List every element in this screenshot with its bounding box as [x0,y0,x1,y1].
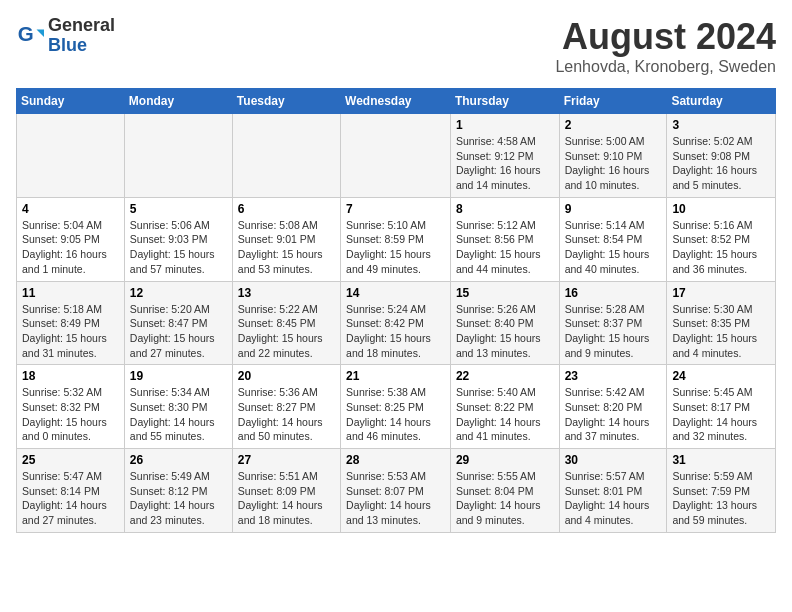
day-info: Sunrise: 5:26 AM Sunset: 8:40 PM Dayligh… [456,302,554,361]
calendar-cell: 7Sunrise: 5:10 AM Sunset: 8:59 PM Daylig… [341,197,451,281]
logo: G General Blue [16,16,115,56]
day-info: Sunrise: 5:55 AM Sunset: 8:04 PM Dayligh… [456,469,554,528]
day-number: 10 [672,202,770,216]
weekday-header-monday: Monday [124,89,232,114]
calendar-cell: 18Sunrise: 5:32 AM Sunset: 8:32 PM Dayli… [17,365,125,449]
calendar-week-5: 25Sunrise: 5:47 AM Sunset: 8:14 PM Dayli… [17,449,776,533]
day-number: 5 [130,202,227,216]
day-number: 30 [565,453,662,467]
title-block: August 2024 Lenhovda, Kronoberg, Sweden [555,16,776,76]
day-number: 22 [456,369,554,383]
day-info: Sunrise: 5:00 AM Sunset: 9:10 PM Dayligh… [565,134,662,193]
day-info: Sunrise: 5:59 AM Sunset: 7:59 PM Dayligh… [672,469,770,528]
weekday-header-saturday: Saturday [667,89,776,114]
calendar-cell: 29Sunrise: 5:55 AM Sunset: 8:04 PM Dayli… [450,449,559,533]
svg-text:G: G [18,22,34,45]
day-number: 25 [22,453,119,467]
day-info: Sunrise: 5:02 AM Sunset: 9:08 PM Dayligh… [672,134,770,193]
calendar-title: August 2024 [555,16,776,58]
svg-marker-1 [37,29,44,36]
day-number: 16 [565,286,662,300]
day-number: 7 [346,202,445,216]
calendar-cell: 20Sunrise: 5:36 AM Sunset: 8:27 PM Dayli… [232,365,340,449]
page-header: G General Blue August 2024 Lenhovda, Kro… [16,16,776,76]
calendar-cell: 2Sunrise: 5:00 AM Sunset: 9:10 PM Daylig… [559,114,667,198]
weekday-header-tuesday: Tuesday [232,89,340,114]
weekday-row: SundayMondayTuesdayWednesdayThursdayFrid… [17,89,776,114]
day-info: Sunrise: 5:06 AM Sunset: 9:03 PM Dayligh… [130,218,227,277]
day-number: 20 [238,369,335,383]
calendar-cell [232,114,340,198]
calendar-cell: 19Sunrise: 5:34 AM Sunset: 8:30 PM Dayli… [124,365,232,449]
day-info: Sunrise: 5:53 AM Sunset: 8:07 PM Dayligh… [346,469,445,528]
calendar-cell: 16Sunrise: 5:28 AM Sunset: 8:37 PM Dayli… [559,281,667,365]
day-info: Sunrise: 5:10 AM Sunset: 8:59 PM Dayligh… [346,218,445,277]
day-number: 27 [238,453,335,467]
calendar-cell: 10Sunrise: 5:16 AM Sunset: 8:52 PM Dayli… [667,197,776,281]
logo-text: General Blue [48,16,115,56]
day-info: Sunrise: 5:47 AM Sunset: 8:14 PM Dayligh… [22,469,119,528]
calendar-cell: 23Sunrise: 5:42 AM Sunset: 8:20 PM Dayli… [559,365,667,449]
calendar-cell: 8Sunrise: 5:12 AM Sunset: 8:56 PM Daylig… [450,197,559,281]
day-number: 17 [672,286,770,300]
weekday-header-wednesday: Wednesday [341,89,451,114]
day-info: Sunrise: 5:08 AM Sunset: 9:01 PM Dayligh… [238,218,335,277]
day-info: Sunrise: 5:04 AM Sunset: 9:05 PM Dayligh… [22,218,119,277]
calendar-cell: 14Sunrise: 5:24 AM Sunset: 8:42 PM Dayli… [341,281,451,365]
calendar-subtitle: Lenhovda, Kronoberg, Sweden [555,58,776,76]
day-number: 3 [672,118,770,132]
day-info: Sunrise: 5:57 AM Sunset: 8:01 PM Dayligh… [565,469,662,528]
calendar-cell: 21Sunrise: 5:38 AM Sunset: 8:25 PM Dayli… [341,365,451,449]
calendar-cell: 9Sunrise: 5:14 AM Sunset: 8:54 PM Daylig… [559,197,667,281]
day-info: Sunrise: 5:20 AM Sunset: 8:47 PM Dayligh… [130,302,227,361]
calendar-week-4: 18Sunrise: 5:32 AM Sunset: 8:32 PM Dayli… [17,365,776,449]
day-number: 23 [565,369,662,383]
calendar-cell [17,114,125,198]
day-info: Sunrise: 5:40 AM Sunset: 8:22 PM Dayligh… [456,385,554,444]
day-info: Sunrise: 5:42 AM Sunset: 8:20 PM Dayligh… [565,385,662,444]
calendar-table: SundayMondayTuesdayWednesdayThursdayFrid… [16,88,776,533]
logo-general-text: General [48,16,115,36]
calendar-cell: 26Sunrise: 5:49 AM Sunset: 8:12 PM Dayli… [124,449,232,533]
day-number: 1 [456,118,554,132]
day-number: 15 [456,286,554,300]
day-info: Sunrise: 5:14 AM Sunset: 8:54 PM Dayligh… [565,218,662,277]
calendar-cell: 30Sunrise: 5:57 AM Sunset: 8:01 PM Dayli… [559,449,667,533]
calendar-cell: 6Sunrise: 5:08 AM Sunset: 9:01 PM Daylig… [232,197,340,281]
day-number: 9 [565,202,662,216]
day-info: Sunrise: 5:24 AM Sunset: 8:42 PM Dayligh… [346,302,445,361]
calendar-cell: 27Sunrise: 5:51 AM Sunset: 8:09 PM Dayli… [232,449,340,533]
day-number: 29 [456,453,554,467]
day-number: 13 [238,286,335,300]
day-info: Sunrise: 5:22 AM Sunset: 8:45 PM Dayligh… [238,302,335,361]
weekday-header-friday: Friday [559,89,667,114]
day-info: Sunrise: 5:32 AM Sunset: 8:32 PM Dayligh… [22,385,119,444]
calendar-body: 1Sunrise: 4:58 AM Sunset: 9:12 PM Daylig… [17,114,776,533]
day-info: Sunrise: 5:51 AM Sunset: 8:09 PM Dayligh… [238,469,335,528]
day-info: Sunrise: 5:45 AM Sunset: 8:17 PM Dayligh… [672,385,770,444]
day-info: Sunrise: 4:58 AM Sunset: 9:12 PM Dayligh… [456,134,554,193]
day-number: 24 [672,369,770,383]
day-number: 6 [238,202,335,216]
day-info: Sunrise: 5:49 AM Sunset: 8:12 PM Dayligh… [130,469,227,528]
weekday-header-sunday: Sunday [17,89,125,114]
day-number: 12 [130,286,227,300]
calendar-cell: 17Sunrise: 5:30 AM Sunset: 8:35 PM Dayli… [667,281,776,365]
day-number: 31 [672,453,770,467]
calendar-cell: 31Sunrise: 5:59 AM Sunset: 7:59 PM Dayli… [667,449,776,533]
calendar-cell: 1Sunrise: 4:58 AM Sunset: 9:12 PM Daylig… [450,114,559,198]
calendar-cell [124,114,232,198]
calendar-cell: 5Sunrise: 5:06 AM Sunset: 9:03 PM Daylig… [124,197,232,281]
day-info: Sunrise: 5:12 AM Sunset: 8:56 PM Dayligh… [456,218,554,277]
day-number: 26 [130,453,227,467]
calendar-cell: 4Sunrise: 5:04 AM Sunset: 9:05 PM Daylig… [17,197,125,281]
day-info: Sunrise: 5:38 AM Sunset: 8:25 PM Dayligh… [346,385,445,444]
day-info: Sunrise: 5:16 AM Sunset: 8:52 PM Dayligh… [672,218,770,277]
day-info: Sunrise: 5:30 AM Sunset: 8:35 PM Dayligh… [672,302,770,361]
day-number: 19 [130,369,227,383]
calendar-week-3: 11Sunrise: 5:18 AM Sunset: 8:49 PM Dayli… [17,281,776,365]
calendar-cell: 11Sunrise: 5:18 AM Sunset: 8:49 PM Dayli… [17,281,125,365]
calendar-week-1: 1Sunrise: 4:58 AM Sunset: 9:12 PM Daylig… [17,114,776,198]
calendar-cell: 28Sunrise: 5:53 AM Sunset: 8:07 PM Dayli… [341,449,451,533]
day-info: Sunrise: 5:34 AM Sunset: 8:30 PM Dayligh… [130,385,227,444]
